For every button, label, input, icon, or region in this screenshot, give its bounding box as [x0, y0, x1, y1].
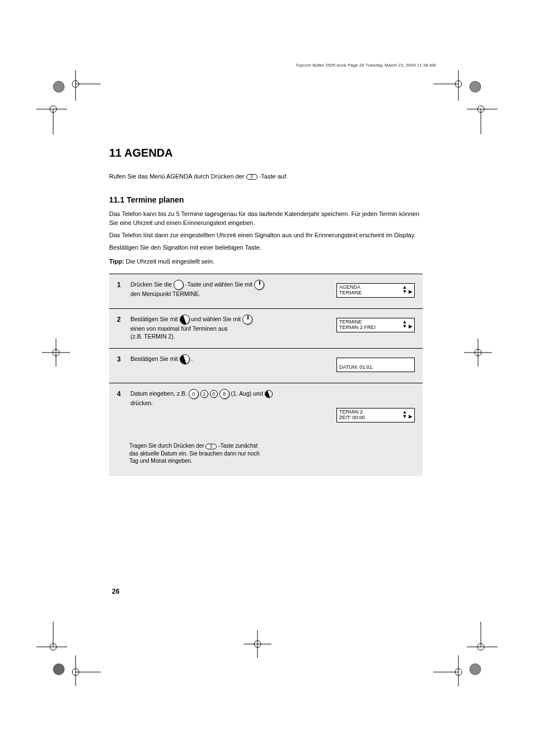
step-body: Drücken Sie die -Taste und wählen Sie mi…: [130, 280, 298, 298]
svg-point-26: [53, 664, 64, 675]
digit-button-icon: 0: [189, 389, 199, 399]
intro-suffix: -Taste auf.: [259, 173, 288, 180]
step-body: Datum eingeben, z.B. 0 1 0 8 (1. Aug) un…: [130, 389, 298, 407]
section-heading: 11.1 Termine planen: [109, 195, 423, 204]
display-line2: TERMIN 2 FREI: [339, 325, 412, 331]
steps-table: 1 Drücken Sie die -Taste und wählen Sie …: [109, 274, 423, 476]
page-number: 26: [112, 588, 119, 595]
book-reference: Topcom Butler 2505.book Page 26 Tuesday,…: [296, 63, 436, 68]
nav-dial-icon: [254, 280, 264, 290]
display-line2: DATUM: 01.01.: [339, 365, 412, 370]
page-content: 11 AGENDA Rufen Sie das Menü AGENDA durc…: [109, 147, 423, 476]
registration-mark-top-right: [433, 67, 500, 134]
body-1: Das Telefon kann bis zu 5 Termine tagesg…: [109, 210, 423, 228]
lcd-display: TERMINE TERMIN 2 FREI ▲▼ ▶: [336, 318, 415, 332]
body-2: Das Telefon löst dann zur eingestellten …: [109, 231, 423, 240]
nav-dial-icon: [242, 314, 252, 325]
display-line2: TERMINE: [339, 290, 412, 296]
step-number: 3: [117, 355, 121, 363]
pill-button-icon: [246, 174, 257, 180]
registration-mark-mid-left: [39, 336, 73, 369]
body-3: Bestätigen Sie den Signalton mit einer b…: [109, 243, 423, 252]
scroll-arrows-icon: ▲▼ ▶: [402, 410, 413, 419]
digit-button-icon: 0: [210, 390, 218, 398]
confirm-button-icon: [265, 390, 273, 398]
registration-mark-bottom-right: [433, 622, 500, 689]
registration-mark-mid-right: [461, 336, 495, 369]
scroll-arrows-icon: ▲▼ ▶: [402, 285, 413, 294]
step-row-1: 1 Drücken Sie die -Taste und wählen Sie …: [109, 274, 423, 308]
step-number: 2: [117, 316, 121, 323]
svg-point-6: [53, 81, 64, 92]
tip-text: Die Uhrzeit muß eingestellt sein.: [126, 258, 214, 265]
round-button-icon: [174, 280, 184, 290]
pill-button-icon: [205, 444, 217, 449]
svg-point-33: [470, 664, 481, 675]
digit-button-icon: 8: [219, 389, 229, 399]
step-number: 1: [117, 281, 121, 289]
step-body: Bestätigen Sie mit und wählen Sie mit ei…: [130, 314, 298, 340]
confirm-button-icon: [180, 354, 190, 364]
step-row-3: 3 Bestätigen Sie mit . DATUM: 01.01.: [109, 348, 423, 383]
step-row-2: 2 Bestätigen Sie mit und wählen Sie mit …: [109, 308, 423, 348]
intro-line: Rufen Sie das Menü AGENDA durch Drücken …: [109, 173, 423, 180]
tip-label: Tipp:: [109, 258, 124, 265]
registration-mark-bottom-left: [34, 622, 101, 689]
registration-mark-bottom-center: [241, 627, 274, 661]
page-title: 11 AGENDA: [109, 147, 423, 159]
step-body: Bestätigen Sie mit .: [130, 354, 298, 364]
lcd-display: TERMIN 2 ZEIT: 00:00 ▲▼ ▶: [336, 408, 415, 422]
intro-prefix: Rufen Sie das Menü AGENDA durch Drücken …: [109, 173, 245, 180]
digit-button-icon: 1: [200, 390, 208, 398]
svg-point-13: [470, 81, 481, 92]
step-number: 4: [117, 390, 121, 398]
lcd-display: DATUM: 01.01.: [336, 358, 415, 372]
step-row-4: 4 Datum eingeben, z.B. 0 1 0 8 (1. Aug) …: [109, 383, 423, 433]
confirm-button-icon: [180, 314, 190, 325]
lcd-display: AGENDA TERMINE ▲▼ ▶: [336, 283, 415, 298]
display-line2: ZEIT: 00:00: [339, 415, 412, 421]
registration-mark-top-left: [34, 67, 101, 134]
scroll-arrows-icon: ▲▼ ▶: [402, 320, 413, 328]
table-footer-note: Tragen Sie durch Drücken der -Taste zunä…: [109, 433, 423, 476]
tip: Tipp: Die Uhrzeit muß eingestellt sein.: [109, 258, 423, 265]
